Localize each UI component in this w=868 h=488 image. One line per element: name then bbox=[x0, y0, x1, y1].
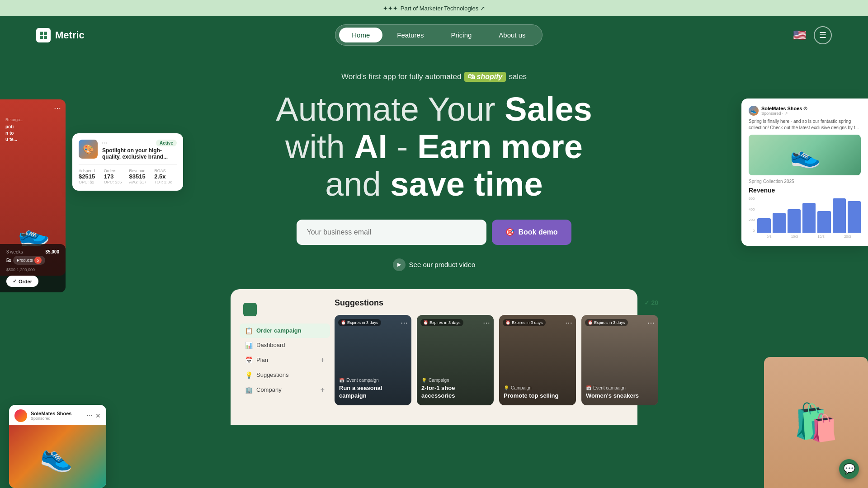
order-button[interactable]: ✓ Order bbox=[6, 276, 38, 287]
sidebar-item-company[interactable]: 🏢 Company + bbox=[240, 382, 330, 398]
marketer-link[interactable]: Part of Marketer Technologies ↗ bbox=[401, 5, 485, 12]
social-sub: Sponsored bbox=[31, 416, 71, 421]
svg-rect-1 bbox=[44, 32, 47, 35]
hero-cta: 🎯 Book demo bbox=[9, 220, 859, 245]
sidebar-item-dashboard[interactable]: 📊 Dashboard bbox=[240, 338, 330, 352]
shopify-logo: 🛍shopify bbox=[464, 72, 506, 82]
spring-label: Spring Collection 2025 bbox=[749, 179, 861, 184]
campaign-card-4[interactable]: ⏰Expires in 3 days ⋯ 📅Event campaign Wom… bbox=[581, 315, 658, 405]
sidebar-item-plan[interactable]: 📅 Plan + bbox=[240, 352, 330, 368]
expire-badge: ⏰Expires in 3 days bbox=[585, 319, 628, 326]
logo[interactable]: Metric bbox=[36, 28, 85, 42]
email-input[interactable] bbox=[297, 220, 486, 245]
card-more-icon[interactable]: ⋯ bbox=[483, 319, 490, 327]
sidebar-item-order-campaign[interactable]: 📋 Order campaign bbox=[240, 324, 330, 338]
bar-3 bbox=[788, 209, 801, 233]
sidebar-item-suggestions[interactable]: 💡 Suggestions bbox=[240, 368, 330, 382]
video-button[interactable]: ▶ See our product video bbox=[393, 258, 476, 271]
nav-right: 🇺🇸 ☰ bbox=[793, 26, 832, 44]
card-more-icon[interactable]: ⋯ bbox=[565, 319, 572, 327]
campaign-title: Spotlight on your high-quality, exclusiv… bbox=[102, 147, 177, 160]
card-type: 💡Campaign bbox=[504, 385, 571, 390]
store-avatar: 👟 bbox=[749, 106, 759, 116]
dashboard-sidebar: 📋 Order campaign 📊 Dashboard 📅 Plan + 💡 … bbox=[240, 298, 330, 416]
logo-text: Metric bbox=[55, 29, 85, 41]
bar-4 bbox=[802, 203, 816, 233]
sidebar-label: Company bbox=[256, 386, 282, 393]
sidebar-label: Plan bbox=[256, 357, 268, 363]
language-flag[interactable]: 🇺🇸 bbox=[793, 29, 807, 42]
topbar-text: Part of Marketer Technologies bbox=[401, 5, 478, 12]
social-more-icon[interactable]: ⋯ bbox=[86, 412, 93, 419]
nav-menu: Home Features Pricing About us bbox=[335, 24, 542, 46]
order-campaign-icon: 📋 bbox=[245, 327, 253, 334]
store-name: SoleMates Shoes ® bbox=[761, 106, 807, 111]
stat-orders: Orders 173 OPC: $35 bbox=[104, 169, 127, 184]
logo-icon bbox=[36, 28, 51, 42]
sidebar-label: Order campaign bbox=[256, 327, 302, 334]
bar-chart bbox=[757, 197, 861, 233]
order-label: Order bbox=[19, 279, 32, 284]
check-icon: ✓ bbox=[13, 278, 17, 284]
x-axis: 5/3 10/3 15/3 20/3 bbox=[757, 235, 861, 239]
suggestions-icon: 💡 bbox=[245, 371, 253, 379]
nav-home[interactable]: Home bbox=[339, 28, 382, 42]
svg-rect-3 bbox=[44, 36, 47, 39]
social-avatar bbox=[14, 409, 27, 422]
campaign-card-3[interactable]: ⏰Expires in 3 days ⋯ 💡Campaign Promote t… bbox=[499, 315, 576, 405]
bar-5 bbox=[817, 211, 830, 233]
active-badge: Active bbox=[156, 140, 177, 146]
plan-icon: 📅 bbox=[245, 357, 253, 364]
expire-badge: ⏰Expires in 3 days bbox=[503, 319, 546, 326]
suggestions-header: Suggestions ✓ 20 bbox=[335, 298, 658, 308]
book-demo-button[interactable]: 🎯 Book demo bbox=[492, 220, 571, 245]
social-shoe-emoji: 👟 bbox=[38, 438, 77, 475]
bar-1 bbox=[757, 218, 770, 233]
svg-rect-2 bbox=[40, 36, 43, 39]
nav-pricing[interactable]: Pricing bbox=[438, 28, 484, 42]
multiplier: 5x bbox=[6, 258, 11, 263]
campaign-thumb: 🎨 bbox=[79, 140, 98, 159]
ad-title: potin tou te... bbox=[5, 124, 60, 143]
campaign-info-block: 3 weeks $5,000 5x Products 5 $500-1,200,… bbox=[0, 244, 66, 292]
card-more-icon[interactable]: ⋯ bbox=[401, 319, 408, 327]
expand-icon: + bbox=[321, 386, 325, 394]
book-demo-label: Book demo bbox=[518, 228, 557, 236]
social-close-icon[interactable]: ✕ bbox=[95, 412, 101, 419]
campaign-icons: □□ bbox=[102, 141, 107, 145]
card-type: 📅Event campaign bbox=[339, 378, 407, 383]
y-axis: 600 400 200 0 bbox=[749, 197, 755, 233]
weeks-label: 3 weeks bbox=[6, 249, 23, 254]
bar-2 bbox=[773, 213, 786, 233]
card-more-icon[interactable]: ⋯ bbox=[647, 319, 655, 327]
chat-icon: 💬 bbox=[843, 463, 855, 475]
dashboard-preview: 📋 Order campaign 📊 Dashboard 📅 Plan + 💡 … bbox=[231, 289, 637, 425]
dashboard-main: Suggestions ✓ 20 ⏰Expires in 3 days ⋯ bbox=[330, 298, 663, 416]
expire-badge: ⏰Expires in 3 days bbox=[338, 319, 381, 326]
social-name: SoleMates Shoes bbox=[31, 411, 71, 416]
card-name: Women's sneakers bbox=[586, 392, 654, 400]
top-bar: ✦✦✦ Part of Marketer Technologies ↗ bbox=[0, 0, 868, 16]
products-count: 5 bbox=[34, 257, 42, 264]
nav-features[interactable]: Features bbox=[384, 28, 436, 42]
suggestions-count: ✓ 20 bbox=[644, 299, 658, 306]
expand-icon: + bbox=[321, 356, 325, 364]
shoe-product-image: 👟 bbox=[788, 139, 821, 171]
card-type: 💡Campaign bbox=[421, 378, 489, 383]
chat-button[interactable]: 💬 bbox=[839, 459, 859, 479]
social-card: SoleMates Shoes Sponsored ⋯ ✕ 👟 bbox=[9, 405, 106, 488]
sidebar-label: Suggestions bbox=[256, 371, 289, 378]
hamburger-button[interactable]: ☰ bbox=[814, 26, 832, 44]
campaign-card-1[interactable]: ⏰Expires in 3 days ⋯ 📅Event campaign Run… bbox=[335, 315, 411, 405]
play-icon: ▶ bbox=[393, 258, 406, 271]
ad-more-icon[interactable]: ⋯ bbox=[54, 104, 61, 113]
campaign-cards: ⏰Expires in 3 days ⋯ 📅Event campaign Run… bbox=[335, 315, 658, 405]
marketer-icon: ✦✦✦ bbox=[383, 5, 398, 12]
suggestions-title: Suggestions bbox=[335, 298, 383, 308]
campaign-card-2[interactable]: ⏰Expires in 3 days ⋯ 💡Campaign 2-for-1 s… bbox=[417, 315, 494, 405]
float-campaign-card: 🎨 □□ Active Spotlight on your high-quali… bbox=[72, 133, 183, 191]
nav-about[interactable]: About us bbox=[486, 28, 538, 42]
stat-revenue: Revenue $3515 AVG: $17 bbox=[129, 169, 152, 184]
sidebar-label: Dashboard bbox=[256, 342, 285, 348]
card-name: 2-for-1 shoe accessories bbox=[421, 385, 489, 400]
